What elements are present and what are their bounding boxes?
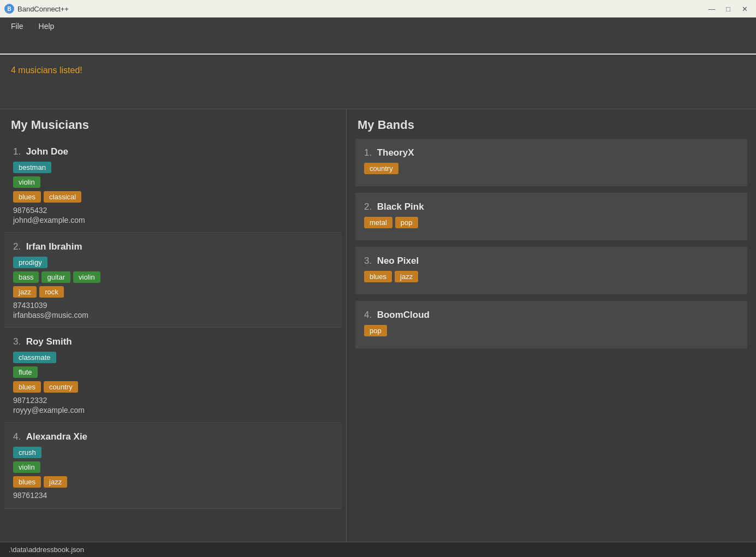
band-genre-tag: blues (364, 271, 392, 282)
band-tags-row: bluesjazz (364, 271, 739, 282)
relation-tag: bestman (13, 162, 51, 173)
band-genre-tag: country (364, 163, 398, 174)
genre-tags-row: bluesjazz (13, 476, 333, 488)
search-bar (0, 35, 756, 55)
musician-name: 4. Alexandra Xie (13, 431, 333, 442)
app-title: BandConnect++ (17, 5, 69, 13)
instrument-tags-row: bassguitarviolin (13, 271, 333, 283)
main-content: My Musicians 1. John Doe bestman violinb… (0, 109, 756, 542)
genre-tag: rock (39, 286, 64, 298)
musician-name: 1. John Doe (13, 146, 333, 157)
musician-number: 4. (13, 431, 26, 442)
relation-tag: classmate (13, 352, 56, 363)
instrument-tags-row: flute (13, 366, 333, 378)
genre-tag: classical (44, 191, 81, 203)
relation-tag: prodigy (13, 257, 47, 268)
genre-tag: blues (13, 476, 41, 488)
minimize-button[interactable]: — (705, 3, 719, 15)
band-tags-row: metalpop (364, 217, 739, 228)
musician-phone: 87431039 (13, 301, 333, 310)
band-card: 1. TheoryX country (355, 139, 747, 186)
band-genre-tag: pop (395, 217, 418, 228)
instrument-tag: violin (13, 461, 40, 473)
title-bar: B BandConnect++ — □ ✕ (0, 0, 756, 17)
band-tags-row: pop (364, 325, 739, 336)
instrument-tags-row: violin (13, 461, 333, 473)
musicians-panel: My Musicians 1. John Doe bestman violinb… (0, 109, 347, 542)
musician-number: 2. (13, 241, 26, 252)
musician-card: 3. Roy Smith classmate flutebluescountry… (4, 329, 342, 423)
status-bar: .\data\addressbook.json (0, 542, 756, 557)
musician-phone: 98761234 (13, 491, 333, 500)
musician-card: 1. John Doe bestman violinbluesclassical… (4, 139, 342, 233)
genre-tag: blues (13, 381, 41, 393)
instrument-tag: flute (13, 366, 38, 378)
musician-name: 3. Roy Smith (13, 336, 333, 347)
band-tags-row: country (364, 163, 739, 174)
band-card: 4. BoomCloud pop (355, 301, 747, 348)
musicians-list: 1. John Doe bestman violinbluesclassical… (0, 139, 346, 542)
musician-card: 4. Alexandra Xie crush violinbluesjazz98… (4, 424, 342, 509)
instrument-tag: guitar (41, 271, 70, 283)
menu-file[interactable]: File (4, 20, 30, 33)
title-bar-left: B BandConnect++ (4, 4, 69, 14)
band-name: 4. BoomCloud (364, 310, 739, 321)
menu-bar: File Help (0, 17, 756, 35)
bands-list: 1. TheoryX country 2. Black Pink metalpo… (347, 139, 756, 542)
bands-panel: My Bands 1. TheoryX country 2. Black Pin… (347, 109, 756, 542)
band-number: 2. (364, 202, 377, 212)
musician-email: irfanbass@music.com (13, 311, 333, 319)
window-controls: — □ ✕ (705, 3, 752, 15)
instrument-tag: violin (73, 271, 100, 283)
genre-tags-row: bluescountry (13, 381, 333, 393)
band-genre-tag: pop (364, 325, 387, 336)
musician-card: 2. Irfan Ibrahim prodigy bassguitarvioli… (4, 234, 342, 328)
genre-tag: jazz (13, 286, 37, 298)
musician-phone: 98765432 (13, 206, 333, 215)
app-icon-letter: B (7, 6, 11, 12)
band-name: 2. Black Pink (364, 202, 739, 212)
band-genre-tag: metal (364, 217, 392, 228)
band-card: 3. Neo Pixel bluesjazz (355, 247, 747, 294)
app-icon: B (4, 4, 14, 14)
search-input[interactable] (9, 39, 747, 49)
relation-tags-row: classmate (13, 352, 333, 363)
genre-tag: country (44, 381, 78, 393)
close-button[interactable]: ✕ (737, 3, 752, 15)
relation-tags-row: prodigy (13, 257, 333, 268)
band-card: 2. Black Pink metalpop (355, 193, 747, 240)
musician-name: 2. Irfan Ibrahim (13, 241, 333, 252)
band-genre-tag: jazz (395, 271, 418, 282)
band-name: 3. Neo Pixel (364, 256, 739, 266)
genre-tag: jazz (44, 476, 67, 488)
status-text: 4 musicians listed! (11, 66, 745, 75)
musician-number: 3. (13, 336, 26, 347)
status-count: 4 musicians listed! (11, 66, 82, 75)
musicians-panel-title: My Musicians (0, 109, 346, 139)
musician-number: 1. (13, 146, 26, 157)
relation-tags-row: crush (13, 447, 333, 458)
band-number: 3. (364, 256, 377, 266)
relation-tags-row: bestman (13, 162, 333, 173)
instrument-tag: violin (13, 176, 40, 188)
instrument-tags-row: violin (13, 176, 333, 188)
genre-tags-row: bluesclassical (13, 191, 333, 203)
musician-phone: 98712332 (13, 396, 333, 405)
instrument-tag: bass (13, 271, 39, 283)
musician-email: johnd@example.com (13, 216, 333, 224)
status-area: 4 musicians listed! (0, 55, 756, 109)
file-path: .\data\addressbook.json (9, 546, 84, 554)
menu-help[interactable]: Help (32, 20, 61, 33)
band-name: 1. TheoryX (364, 147, 739, 158)
genre-tag: blues (13, 191, 41, 203)
musician-email: royyy@example.com (13, 406, 333, 414)
band-number: 4. (364, 310, 377, 320)
relation-tag: crush (13, 447, 41, 458)
genre-tags-row: jazzrock (13, 286, 333, 298)
maximize-button[interactable]: □ (721, 3, 735, 15)
band-number: 1. (364, 147, 377, 158)
bands-panel-title: My Bands (347, 109, 756, 139)
